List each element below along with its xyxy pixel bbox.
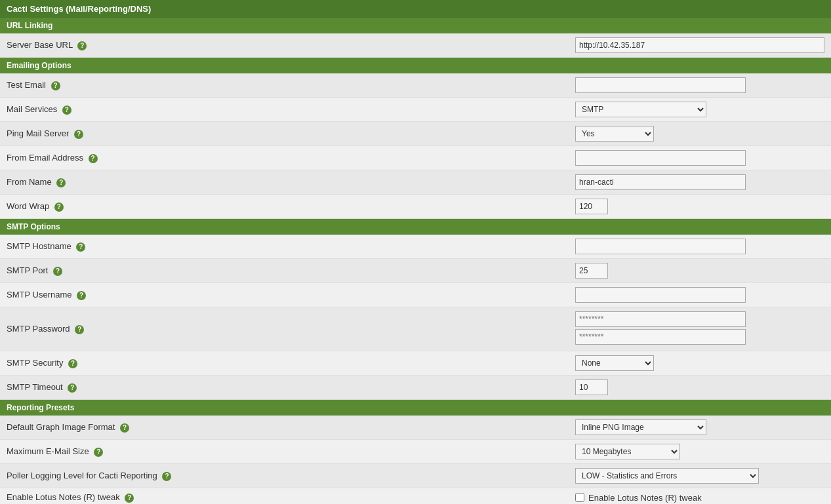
value-mail-services: SMTP Sendmail PHP Mail None [569,98,831,122]
smtp-hostname-input[interactable] [575,239,746,254]
page-title: Cacti Settings (Mail/Reporting/DNS) [0,0,831,18]
help-icon-poller-logging-level[interactable]: ? [162,472,171,481]
label-lotus-notes: Enable Lotus Notes (R) tweak ? [0,488,569,505]
poller-logging-level-select[interactable]: LOW - Statistics and Errors MEDIUM - War… [575,468,759,484]
smtp-security-select[interactable]: None TLS SSL [575,355,654,371]
label-smtp-hostname: SMTP Hostname ? [0,235,569,259]
row-smtp-hostname: SMTP Hostname ? [0,235,831,259]
section-reporting-presets-label: Reporting Presets [0,400,831,416]
value-server-base-url [569,33,831,58]
help-icon-mail-services[interactable]: ? [62,106,71,115]
row-from-email-address: From Email Address ? [0,146,831,170]
value-test-email [569,73,831,98]
row-poller-logging-level: Poller Logging Level for Cacti Reporting… [0,464,831,488]
help-icon-smtp-hostname[interactable]: ? [76,242,85,252]
value-from-name [569,170,831,195]
help-icon-from-email-address[interactable]: ? [89,154,98,163]
section-smtp-options-label: SMTP Options [0,219,831,235]
value-smtp-username [569,283,831,307]
label-smtp-timeout: SMTP Timeout ? [0,376,569,400]
help-icon-word-wrap[interactable]: ? [54,203,64,212]
section-emailing-options: Emailing Options [0,58,831,74]
label-smtp-username: SMTP Username ? [0,283,569,307]
smtp-password-input-1[interactable] [575,311,746,327]
help-icon-from-name[interactable]: ? [56,178,66,187]
section-reporting-presets: Reporting Presets [0,400,831,416]
label-poller-logging-level: Poller Logging Level for Cacti Reporting… [0,464,569,488]
row-from-name: From Name ? [0,170,831,195]
smtp-timeout-input[interactable] [575,379,608,395]
label-smtp-password: SMTP Password ? [0,307,569,351]
label-smtp-port: SMTP Port ? [0,259,569,283]
help-icon-smtp-port[interactable]: ? [53,267,62,276]
value-smtp-security: None TLS SSL [569,351,831,376]
help-icon-default-graph-image-format[interactable]: ? [120,423,129,433]
label-from-email-address: From Email Address ? [0,146,569,170]
value-ping-mail-server: Yes No [569,122,831,146]
value-poller-logging-level: LOW - Statistics and Errors MEDIUM - War… [569,464,831,488]
help-icon-maximum-email-size[interactable]: ? [94,448,103,457]
row-test-email: Test Email ? [0,73,831,98]
smtp-password-input-2[interactable] [575,329,746,345]
row-lotus-notes: Enable Lotus Notes (R) tweak ? Enable Lo… [0,488,831,505]
value-word-wrap [569,195,831,219]
from-name-input[interactable] [575,174,746,190]
value-smtp-password [569,307,831,351]
help-icon-smtp-username[interactable]: ? [77,291,86,300]
label-default-graph-image-format: Default Graph Image Format ? [0,416,569,440]
row-default-graph-image-format: Default Graph Image Format ? Inline PNG … [0,416,831,440]
section-emailing-options-label: Emailing Options [0,58,831,74]
row-smtp-port: SMTP Port ? [0,259,831,283]
help-icon-smtp-timeout[interactable]: ? [68,383,77,393]
from-email-address-input[interactable] [575,150,746,166]
row-word-wrap: Word Wrap ? [0,195,831,219]
lotus-notes-checkbox[interactable] [575,493,584,502]
value-smtp-timeout [569,376,831,400]
row-smtp-timeout: SMTP Timeout ? [0,376,831,400]
smtp-port-input[interactable] [575,263,608,279]
value-smtp-port [569,259,831,283]
help-icon-smtp-password[interactable]: ? [75,325,84,334]
value-default-graph-image-format: Inline PNG Image Attached PNG Image Inli… [569,416,831,440]
label-smtp-security: SMTP Security ? [0,351,569,376]
label-server-base-url: Server Base URL ? [0,33,569,58]
test-email-input[interactable] [575,77,746,93]
label-mail-services: Mail Services ? [0,98,569,122]
value-maximum-email-size: 10 Megabytes 5 Megabytes 25 Megabytes 50… [569,440,831,464]
row-server-base-url: Server Base URL ? [0,33,831,58]
row-mail-services: Mail Services ? SMTP Sendmail PHP Mail N… [0,98,831,122]
word-wrap-input[interactable] [575,199,608,214]
label-test-email: Test Email ? [0,73,569,98]
label-from-name: From Name ? [0,170,569,195]
section-smtp-options: SMTP Options [0,219,831,235]
lotus-notes-checkbox-label: Enable Lotus Notes (R) tweak [575,493,824,503]
label-ping-mail-server: Ping Mail Server ? [0,122,569,146]
row-smtp-username: SMTP Username ? [0,283,831,307]
section-url-linking-label: URL Linking [0,18,831,33]
row-ping-mail-server: Ping Mail Server ? Yes No [0,122,831,146]
default-graph-image-format-select[interactable]: Inline PNG Image Attached PNG Image Inli… [575,419,706,435]
value-from-email-address [569,146,831,170]
help-icon-test-email[interactable]: ? [51,81,60,90]
value-lotus-notes: Enable Lotus Notes (R) tweak [569,488,831,505]
ping-mail-server-select[interactable]: Yes No [575,126,654,142]
row-smtp-password: SMTP Password ? [0,307,831,351]
row-maximum-email-size: Maximum E-Mail Size ? 10 Megabytes 5 Meg… [0,440,831,464]
help-icon-server-base-url[interactable]: ? [77,41,87,50]
label-maximum-email-size: Maximum E-Mail Size ? [0,440,569,464]
smtp-username-input[interactable] [575,287,746,303]
help-icon-smtp-security[interactable]: ? [68,359,77,368]
help-icon-lotus-notes[interactable]: ? [125,494,134,503]
lotus-notes-label: Enable Lotus Notes (R) tweak [588,493,702,503]
help-icon-ping-mail-server[interactable]: ? [74,130,83,139]
mail-services-select[interactable]: SMTP Sendmail PHP Mail None [575,102,706,117]
maximum-email-size-select[interactable]: 10 Megabytes 5 Megabytes 25 Megabytes 50… [575,444,680,459]
section-url-linking: URL Linking [0,18,831,33]
label-word-wrap: Word Wrap ? [0,195,569,219]
row-smtp-security: SMTP Security ? None TLS SSL [0,351,831,376]
server-base-url-input[interactable] [575,37,824,53]
value-smtp-hostname [569,235,831,259]
